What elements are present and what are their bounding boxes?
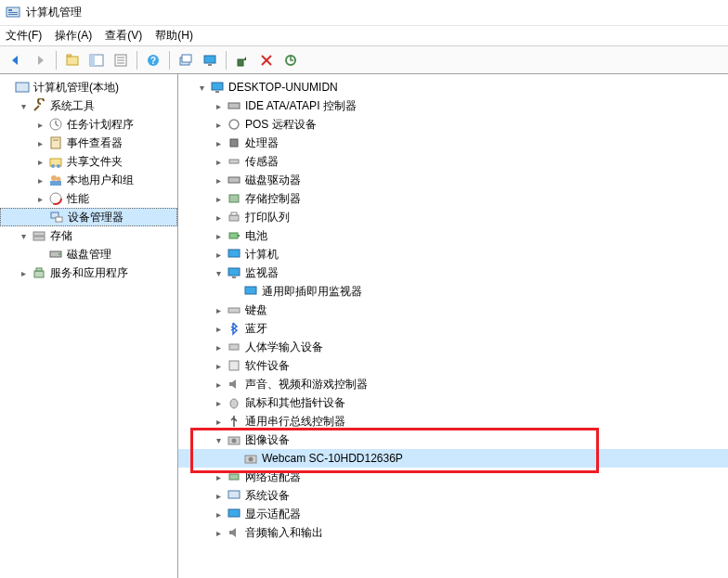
device-computers[interactable]: ▸计算机 [178, 245, 728, 263]
menu-help[interactable]: 帮助(H) [155, 28, 193, 44]
disk-drive-icon [227, 173, 241, 187]
device-hid[interactable]: ▸人体学输入设备 [178, 338, 728, 356]
menu-file[interactable]: 文件(F) [6, 28, 42, 44]
enable-button[interactable] [232, 50, 253, 71]
chevron-right-icon[interactable]: ▸ [212, 99, 225, 112]
device-imaging[interactable]: ▾图像设备 [178, 430, 728, 449]
node-label: 音频输入和输出 [245, 525, 323, 541]
menu-view[interactable]: 查看(V) [105, 28, 142, 44]
device-monitors[interactable]: ▾监视器 [178, 263, 728, 282]
disk-icon [48, 247, 63, 262]
chevron-right-icon[interactable]: ▸ [212, 192, 225, 205]
chevron-down-icon[interactable]: ▾ [195, 81, 208, 94]
help-button[interactable]: ? [143, 50, 163, 71]
show-hide-tree-button[interactable] [86, 50, 107, 71]
tree-node-event-viewer[interactable]: ▸ 事件查看器 [0, 134, 177, 152]
update-driver-button[interactable] [280, 50, 301, 71]
chevron-right-icon[interactable]: ▸ [212, 118, 225, 131]
tree-node-root[interactable]: 计算机管理(本地) [0, 78, 177, 96]
chevron-right-icon[interactable]: ▸ [212, 322, 225, 335]
chevron-right-icon[interactable]: ▸ [212, 470, 225, 483]
tree-node-task-scheduler[interactable]: ▸ 任务计划程序 [0, 115, 177, 134]
svg-rect-46 [229, 160, 239, 163]
node-label: 性能 [67, 191, 89, 207]
device-webcam[interactable]: Webcam SC-10HDD12636P [178, 449, 728, 468]
monitor-button[interactable] [200, 50, 220, 71]
tree-node-disk-management[interactable]: 磁盘管理 [0, 245, 177, 263]
chevron-right-icon[interactable]: ▸ [212, 155, 225, 168]
device-network[interactable]: ▸网络适配器 [178, 468, 728, 486]
storage-ctrl-icon [227, 191, 241, 206]
node-label: 磁盘驱动器 [245, 173, 301, 188]
chevron-right-icon[interactable]: ▸ [33, 155, 46, 168]
svg-rect-41 [212, 83, 223, 90]
chevron-right-icon[interactable]: ▸ [212, 136, 225, 149]
chevron-right-icon[interactable]: ▸ [212, 211, 225, 224]
display-adapter-icon [227, 507, 241, 521]
device-keyboard[interactable]: ▸键盘 [178, 301, 728, 319]
device-display[interactable]: ▸显示适配器 [178, 505, 728, 523]
device-audio-io[interactable]: ▸音频输入和输出 [178, 523, 728, 542]
chevron-right-icon[interactable]: ▸ [212, 415, 225, 428]
device-cpu[interactable]: ▸处理器 [178, 134, 728, 152]
svg-rect-51 [229, 233, 238, 238]
svg-point-29 [57, 177, 61, 182]
chevron-right-icon[interactable]: ▸ [33, 118, 46, 131]
chevron-right-icon[interactable]: ▸ [212, 507, 225, 520]
chevron-right-icon[interactable]: ▸ [33, 192, 46, 205]
bluetooth-icon [227, 321, 241, 336]
back-button[interactable] [6, 50, 26, 71]
properties-button[interactable] [110, 50, 131, 71]
device-generic-monitor[interactable]: 通用即插即用监视器 [178, 282, 728, 301]
chevron-right-icon[interactable]: ▸ [212, 526, 225, 539]
chevron-right-icon[interactable]: ▸ [212, 229, 225, 242]
tree-node-services[interactable]: ▸ 服务和应用程序 [0, 263, 177, 282]
device-sound[interactable]: ▸声音、视频和游戏控制器 [178, 375, 728, 393]
device-software[interactable]: ▸软件设备 [178, 356, 728, 375]
chevron-right-icon[interactable]: ▸ [212, 248, 225, 261]
chevron-down-icon[interactable]: ▾ [212, 266, 225, 279]
device-system[interactable]: ▸系统设备 [178, 486, 728, 505]
chevron-right-icon[interactable]: ▸ [212, 489, 225, 502]
svg-rect-1 [8, 9, 12, 11]
tree-node-performance[interactable]: ▸ 性能 [0, 189, 177, 208]
uninstall-button[interactable] [256, 50, 277, 71]
chevron-down-icon[interactable]: ▾ [17, 99, 30, 112]
device-sensors[interactable]: ▸传感器 [178, 152, 728, 171]
chevron-right-icon[interactable]: ▸ [212, 340, 225, 353]
device-disk-drives[interactable]: ▸磁盘驱动器 [178, 171, 728, 189]
chevron-right-icon[interactable]: ▸ [212, 359, 225, 372]
tree-node-shared-folders[interactable]: ▸ 共享文件夹 [0, 152, 177, 171]
device-storage-ctrl[interactable]: ▸存储控制器 [178, 189, 728, 208]
chevron-right-icon[interactable]: ▸ [212, 303, 225, 316]
device-ide[interactable]: ▸IDE ATA/ATAPI 控制器 [178, 96, 728, 115]
svg-rect-3 [8, 14, 18, 15]
tree-node-system-tools[interactable]: ▾ 系统工具 [0, 96, 177, 115]
device-pos[interactable]: ▸POS 远程设备 [178, 115, 728, 134]
chevron-right-icon[interactable]: ▸ [33, 136, 46, 149]
scan-button[interactable] [176, 50, 196, 71]
event-icon [48, 135, 63, 150]
chevron-down-icon[interactable]: ▾ [17, 229, 30, 242]
chevron-right-icon[interactable]: ▸ [212, 173, 225, 186]
device-battery[interactable]: ▸电池 [178, 226, 728, 245]
svg-rect-35 [33, 232, 45, 236]
forward-button[interactable] [30, 50, 50, 71]
chevron-right-icon[interactable]: ▸ [33, 173, 46, 186]
menu-action[interactable]: 操作(A) [55, 28, 92, 44]
up-button[interactable] [62, 50, 83, 71]
device-bluetooth[interactable]: ▸蓝牙 [178, 319, 728, 338]
chevron-right-icon[interactable]: ▸ [17, 266, 30, 279]
node-label: 人体学输入设备 [245, 340, 323, 355]
chevron-right-icon[interactable]: ▸ [212, 396, 225, 409]
chevron-right-icon[interactable]: ▸ [212, 378, 225, 391]
device-mouse[interactable]: ▸鼠标和其他指针设备 [178, 393, 728, 412]
device-usb[interactable]: ▸通用串行总线控制器 [178, 412, 728, 430]
device-print-queue[interactable]: ▸打印队列 [178, 208, 728, 226]
audio-icon [227, 525, 241, 540]
chevron-down-icon[interactable]: ▾ [212, 433, 225, 446]
tree-node-device-manager[interactable]: 设备管理器 [0, 208, 177, 226]
device-root[interactable]: ▾ DESKTOP-UNUMIDN [178, 78, 728, 96]
tree-node-local-users[interactable]: ▸ 本地用户和组 [0, 171, 177, 189]
tree-node-storage[interactable]: ▾ 存储 [0, 226, 177, 245]
